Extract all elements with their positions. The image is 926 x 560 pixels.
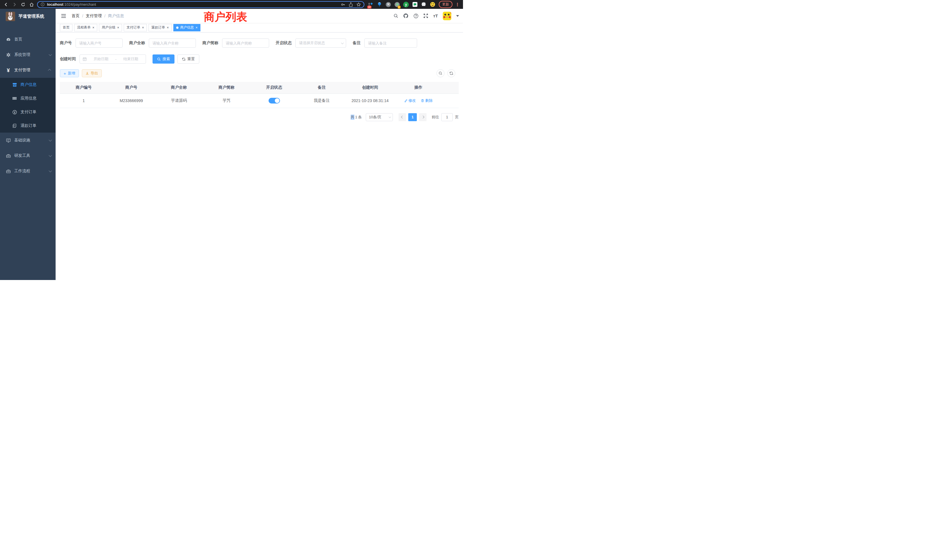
extension-proxy-icon[interactable]: 1 [394, 2, 400, 8]
status-toggle[interactable] [269, 98, 280, 103]
add-button-label: 新增 [68, 71, 75, 76]
tab-label: 流程表单 [77, 25, 91, 30]
sidebar-item-label: 系统管理 [14, 52, 30, 57]
extension-grid-icon[interactable]: 10 [368, 2, 374, 8]
total-prefix: 共 [351, 115, 354, 120]
page-size-select[interactable]: 10条/页 [366, 113, 393, 121]
sidebar-item-devtools[interactable]: 研发工具 [0, 148, 56, 163]
refresh-table-button[interactable] [447, 69, 455, 77]
site-info-icon[interactable] [41, 2, 45, 6]
tab-user-group[interactable]: 用户分组× [99, 24, 122, 31]
bookmark-star-icon[interactable] [356, 2, 361, 7]
delete-link[interactable]: 删除 [421, 98, 433, 103]
cell-short-name: 芋艿 [203, 94, 250, 108]
tab-refund-order[interactable]: 退款订单× [148, 24, 172, 31]
sidebar-item-merchant-info[interactable]: 商户信息 [0, 78, 56, 92]
tab-process-form[interactable]: 流程表单× [74, 24, 97, 31]
pagination-goto: 前往 页 [432, 113, 459, 121]
show-search-button[interactable] [436, 69, 445, 77]
add-button[interactable]: + 新增 [60, 69, 79, 77]
user-avatar[interactable] [443, 12, 451, 20]
tab-label: 支付订单 [127, 25, 140, 30]
status-select[interactable]: 请选择开启状态 [295, 38, 346, 48]
tab-pay-order[interactable]: 支付订单× [124, 24, 147, 31]
sidebar-item-label: 首页 [14, 37, 22, 42]
search-icon [439, 71, 442, 75]
sidebar-item-pay-order[interactable]: 支付订单 [0, 105, 56, 119]
back-button[interactable] [3, 2, 9, 8]
close-icon[interactable]: × [117, 26, 119, 29]
extension-chat-icon[interactable] [412, 2, 418, 8]
forward-button[interactable] [11, 2, 18, 8]
extension-kite-icon[interactable] [377, 2, 382, 8]
date-range-picker[interactable]: 开始日期 - 结束日期 [80, 54, 146, 64]
browser-menu-button[interactable]: ⋮ [455, 2, 460, 7]
close-icon[interactable]: × [167, 26, 169, 29]
active-dot-icon [176, 27, 179, 29]
pikachu-avatar-image [443, 12, 451, 20]
chevron-down-icon [389, 115, 391, 118]
search-button[interactable]: 搜索 [153, 54, 174, 64]
column-header: 创建时间 [345, 82, 395, 94]
tab-home[interactable]: 首页 [60, 24, 73, 31]
table-row: 1 M233666999 芋道源码 芋艿 我是备注 2021-10-23 08:… [60, 94, 459, 108]
column-header: 商户全称 [155, 82, 203, 94]
browser-update-button[interactable]: 更新 [439, 1, 452, 8]
close-icon[interactable]: × [195, 26, 198, 29]
browser-profile-avatar[interactable] [430, 2, 435, 8]
extension-y-icon[interactable]: y [403, 2, 409, 8]
sidebar-item-infra[interactable]: 基础设施 [0, 133, 56, 148]
avatar-caret-icon[interactable] [456, 15, 459, 17]
sidebar-item-home[interactable]: 首页 [0, 32, 56, 47]
address-bar[interactable]: localhost:1024/pay/merchant [37, 1, 365, 8]
create-time-label: 创建时间 [60, 56, 76, 62]
sidebar-item-system[interactable]: 系统管理 [0, 47, 56, 62]
extensions-puzzle-icon[interactable] [421, 2, 427, 8]
font-size-icon[interactable]: тT [433, 14, 438, 18]
chevron-down-icon [49, 53, 52, 56]
hamburger-icon [61, 13, 67, 19]
browser-toolbar: localhost:1024/pay/merchant 10 ⌘ 1 y [0, 0, 463, 9]
extension-command-icon[interactable]: ⌘ [386, 2, 391, 8]
next-page-button[interactable] [419, 113, 427, 121]
sidebar-item-payment[interactable]: ¥ 支付管理 [0, 62, 56, 78]
edit-link[interactable]: 修改 [404, 98, 416, 103]
tab-label: 退款订单 [151, 25, 165, 30]
share-icon[interactable] [349, 2, 353, 7]
prev-page-button[interactable] [399, 113, 406, 121]
short-name-input[interactable] [222, 38, 269, 48]
full-name-input[interactable] [149, 38, 196, 48]
date-end-input[interactable]: 结束日期 [119, 56, 143, 62]
sidebar-logo[interactable]: 芋道管理系统 [0, 9, 56, 24]
reset-button[interactable]: 重置 [177, 54, 199, 64]
close-icon[interactable]: × [142, 26, 144, 29]
reload-button[interactable] [20, 2, 26, 8]
breadcrumb-home[interactable]: 首页 [71, 14, 80, 18]
chevron-down-icon [49, 154, 52, 157]
close-icon[interactable]: × [92, 26, 94, 29]
goto-page-input[interactable] [441, 113, 453, 121]
sidebar-toggle-button[interactable] [59, 11, 68, 21]
breadcrumb-separator: / [82, 14, 83, 18]
merchant-no-input[interactable] [76, 38, 123, 48]
tab-merchant-info[interactable]: 商户信息× [173, 24, 200, 31]
remark-input[interactable] [365, 38, 417, 48]
sidebar-item-workflow[interactable]: 工作流程 [0, 163, 56, 179]
logo-rabbit-image [6, 12, 15, 21]
edit-pen-icon [404, 99, 408, 102]
pagination-total: 共 1 条 [351, 115, 362, 120]
breadcrumb-payment[interactable]: 支付管理 [86, 14, 102, 18]
sidebar-item-app-info[interactable]: 应用信息 [0, 92, 56, 105]
sidebar-item-label: 研发工具 [14, 153, 30, 158]
page-number-1[interactable]: 1 [408, 113, 417, 121]
date-start-input[interactable]: 开始日期 [89, 56, 113, 62]
home-button[interactable] [29, 2, 35, 8]
fullscreen-icon[interactable] [424, 14, 428, 18]
password-key-icon[interactable] [341, 2, 345, 7]
help-icon[interactable] [413, 14, 419, 18]
search-icon[interactable] [393, 14, 398, 18]
export-button[interactable]: 导出 [82, 69, 102, 77]
navbar: 首页 / 支付管理 / 商户信息 商户列表 тT [56, 9, 463, 23]
github-icon[interactable] [403, 13, 409, 18]
sidebar-item-refund-order[interactable]: 退款订单 [0, 119, 56, 133]
